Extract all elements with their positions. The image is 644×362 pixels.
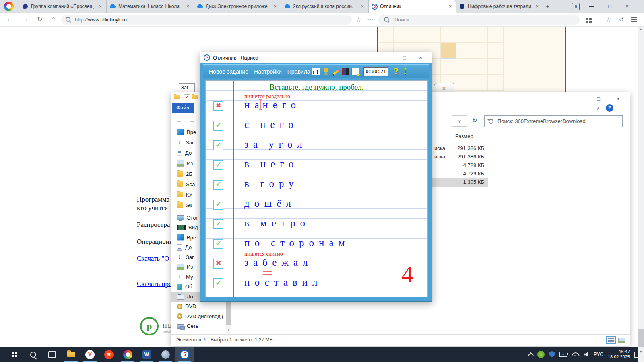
language-indicator[interactable]: РУС bbox=[594, 352, 603, 357]
alert-exclamation-icon[interactable]: ! bbox=[403, 66, 407, 77]
taskbar-app-button[interactable] bbox=[43, 347, 62, 362]
search-input[interactable]: Поиск bbox=[378, 15, 580, 25]
page-scrollbar[interactable]: ▲ ▼ bbox=[638, 27, 644, 362]
ribbon-chevron-icon[interactable]: ∨ bbox=[596, 106, 599, 111]
address-dropdown[interactable]: ∨ bbox=[452, 115, 467, 127]
tray-expand-icon[interactable] bbox=[528, 352, 534, 358]
explorer-minimize-button[interactable]: — bbox=[572, 95, 586, 103]
home-icon[interactable]: ⌂ bbox=[52, 15, 56, 23]
download-link[interactable]: Скачать про bbox=[137, 280, 172, 288]
sidebar-scroll-down-icon[interactable]: ∨ bbox=[226, 326, 231, 333]
size-column-header[interactable]: Размер bbox=[455, 133, 473, 139]
answer-mark-checkbox[interactable] bbox=[213, 101, 223, 111]
browser-tab[interactable]: 2кл.русский.школа россии. × bbox=[281, 0, 369, 13]
browser-minimize-button[interactable]: — bbox=[586, 2, 598, 11]
bookmarks-list-icon[interactable]: ☆ bbox=[606, 16, 611, 23]
answer-mark-checkbox[interactable] bbox=[213, 180, 223, 190]
browser-tab[interactable]: Группа компаний «Просвещ × bbox=[19, 0, 107, 13]
table-cell[interactable] bbox=[472, 43, 488, 59]
taskbar-app-button[interactable]: W bbox=[137, 347, 156, 362]
new-folder-icon[interactable] bbox=[192, 95, 198, 99]
file-row[interactable]: иска 291 386 КБ bbox=[432, 153, 488, 161]
taskbar-app-button[interactable] bbox=[5, 347, 24, 362]
scroll-up-icon[interactable]: ▲ bbox=[638, 27, 644, 31]
sidebar-item[interactable]: DVD bbox=[171, 302, 225, 312]
statistics-chart-icon[interactable] bbox=[312, 68, 320, 75]
table-cell[interactable] bbox=[425, 27, 441, 43]
browser-logo-icon[interactable] bbox=[4, 2, 14, 11]
sidebar-scrollbar-thumb[interactable] bbox=[226, 301, 231, 325]
browser-tab[interactable]: 5 Отличник × bbox=[369, 0, 456, 13]
details-view-button[interactable] bbox=[606, 336, 616, 344]
taskbar-app-button[interactable] bbox=[24, 347, 43, 362]
exercise-row[interactable]: снего bbox=[206, 117, 427, 136]
answer-mark-checkbox[interactable] bbox=[213, 278, 223, 288]
help-icon[interactable]: ? bbox=[606, 104, 613, 112]
volume-icon[interactable] bbox=[584, 352, 589, 357]
tab-close-icon[interactable]: × bbox=[97, 4, 103, 9]
taskbar-app-button[interactable] bbox=[62, 347, 80, 362]
notepad-icon[interactable] bbox=[351, 68, 359, 75]
exercise-row[interactable]: посторонам bbox=[206, 235, 427, 255]
menu-icon[interactable] bbox=[631, 17, 637, 18]
table-cell[interactable] bbox=[488, 27, 504, 43]
otlichnik-minimize-button[interactable]: — bbox=[380, 55, 396, 61]
browser-tab[interactable]: Цифровые рабочие тетради × bbox=[456, 0, 543, 13]
browser-tab[interactable]: Математика 1 класс Школа × bbox=[107, 0, 194, 13]
taskbar-app-button[interactable]: 5 bbox=[175, 347, 194, 362]
file-row[interactable]: 1 305 КБ bbox=[432, 178, 488, 187]
antivirus-icon[interactable]: + bbox=[537, 351, 545, 358]
table-cell[interactable] bbox=[441, 43, 456, 59]
explorer-close-button[interactable]: × bbox=[611, 95, 625, 103]
explorer-search-input[interactable]: Поиск: 360ExtremeBrowserDownload bbox=[484, 115, 623, 127]
table-cell[interactable] bbox=[488, 59, 504, 75]
refresh-icon[interactable]: ↻ bbox=[472, 117, 477, 124]
answer-mark-checkbox[interactable] bbox=[213, 259, 223, 269]
browser-close-button[interactable]: × bbox=[621, 2, 633, 11]
table-cell[interactable] bbox=[472, 27, 488, 43]
answer-mark-checkbox[interactable] bbox=[213, 239, 223, 249]
battery-icon[interactable]: × bbox=[559, 352, 567, 357]
menu-new-task[interactable]: Новое задание bbox=[209, 68, 248, 75]
scroll-down-icon[interactable]: ▼ bbox=[638, 350, 644, 354]
apps-grid-icon[interactable] bbox=[586, 18, 588, 20]
answer-mark-checkbox[interactable] bbox=[213, 219, 223, 229]
tab-count-badge[interactable]: 6 bbox=[572, 3, 580, 10]
file-row[interactable]: 4 729 КБ bbox=[432, 170, 488, 178]
tab-close-icon[interactable]: × bbox=[447, 4, 453, 9]
file-row[interactable]: иска 291 386 КБ bbox=[432, 144, 488, 153]
table-cell[interactable] bbox=[456, 75, 472, 91]
tab-close-icon[interactable]: × bbox=[534, 4, 540, 9]
explorer-maximize-button[interactable]: □ bbox=[591, 95, 606, 103]
otlichnik-maximize-button[interactable]: □ bbox=[396, 55, 413, 61]
thumbnail-view-button[interactable] bbox=[617, 336, 626, 344]
exercise-row[interactable]: поставил bbox=[206, 274, 427, 294]
table-cell[interactable] bbox=[441, 59, 456, 75]
books-icon[interactable] bbox=[342, 68, 349, 75]
otlichnik-title-bar[interactable]: 5 Отличник - Лариса — □ × bbox=[200, 52, 432, 63]
more-options-icon[interactable]: ⋯ bbox=[367, 16, 373, 23]
history-undo-icon[interactable]: ↺ bbox=[619, 16, 624, 23]
trophy-icon[interactable] bbox=[322, 68, 330, 75]
defender-shield-icon[interactable] bbox=[549, 351, 555, 358]
answer-mark-checkbox[interactable] bbox=[213, 160, 223, 170]
table-cell[interactable] bbox=[488, 75, 504, 91]
exercise-row[interactable]: пишется слитно забежал bbox=[206, 255, 427, 274]
table-cell[interactable] bbox=[378, 27, 394, 43]
exercise-row[interactable]: пишется раздельно нанего bbox=[206, 97, 427, 117]
tab-close-icon[interactable]: × bbox=[272, 4, 278, 9]
sidebar-item[interactable]: Сеть bbox=[171, 321, 225, 331]
new-tab-button[interactable]: + bbox=[544, 3, 551, 10]
exercise-row[interactable]: вгору bbox=[206, 176, 427, 195]
taskbar-app-button[interactable]: Y bbox=[80, 347, 99, 362]
table-cell[interactable] bbox=[441, 27, 456, 43]
answer-mark-checkbox[interactable] bbox=[213, 121, 223, 131]
nav-back-icon[interactable]: ← bbox=[176, 117, 182, 124]
otlichnik-close-button[interactable]: × bbox=[413, 55, 429, 61]
taskbar-app-button[interactable]: Я bbox=[99, 347, 118, 362]
properties-check-icon[interactable]: ✔ bbox=[184, 94, 190, 100]
file-row[interactable]: 4 729 КБ bbox=[432, 161, 488, 170]
exercise-row[interactable]: внего bbox=[206, 156, 427, 176]
exercise-row[interactable]: дошёл bbox=[206, 195, 427, 215]
browser-maximize-button[interactable]: □ bbox=[604, 2, 616, 11]
